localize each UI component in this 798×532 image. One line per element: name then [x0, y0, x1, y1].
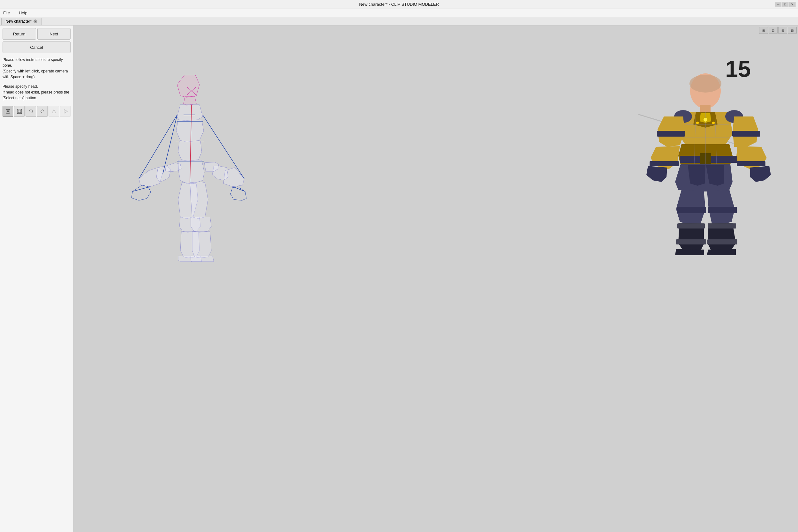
svg-marker-31 [191, 256, 214, 262]
svg-marker-7 [64, 110, 68, 113]
title-text: New character* - CLIP STUDIO MODELER [359, 2, 439, 7]
left-panel: Return Next Cancel Please follow instruc… [0, 25, 73, 532]
svg-marker-65 [688, 165, 705, 186]
undo-tool[interactable] [25, 106, 36, 117]
svg-rect-3 [18, 110, 21, 113]
svg-point-84 [704, 118, 707, 121]
svg-point-44 [689, 75, 721, 93]
nav-buttons-row: Return Next [3, 28, 71, 40]
svg-rect-57 [732, 131, 760, 137]
svg-marker-30 [192, 232, 211, 258]
svg-rect-72 [677, 223, 705, 228]
viewport-grid-button[interactable]: ⊡ [788, 27, 797, 34]
svg-rect-73 [676, 239, 706, 245]
svg-marker-77 [675, 249, 704, 255]
svg-rect-68 [677, 207, 706, 213]
skeleton-left [131, 73, 265, 262]
svg-marker-9 [184, 96, 196, 105]
main-layout: Return Next Cancel Please follow instruc… [0, 25, 798, 532]
instruction-line1: Please follow instructions to specify bo… [3, 57, 71, 68]
svg-rect-75 [708, 223, 736, 228]
svg-rect-45 [700, 105, 710, 113]
viewport[interactable]: ⊞ ⊡ ⊟ ⊡ 15 [73, 25, 798, 532]
close-button[interactable]: ✕ [789, 2, 795, 7]
svg-rect-70 [708, 207, 737, 213]
viewport-cam2-button[interactable]: ⊡ [768, 27, 778, 34]
svg-rect-59 [737, 161, 765, 166]
svg-marker-78 [707, 249, 736, 255]
svg-marker-60 [750, 166, 771, 182]
svg-point-1 [7, 110, 9, 112]
character-right [639, 67, 779, 255]
return-button[interactable]: Return [3, 28, 36, 40]
select-bone-tool[interactable] [3, 106, 13, 117]
svg-marker-28 [190, 182, 208, 218]
cancel-button[interactable]: Cancel [3, 41, 71, 53]
viewport-cam1-button[interactable]: ⊞ [759, 27, 768, 34]
tools-row [3, 105, 71, 118]
svg-marker-29 [191, 217, 211, 232]
svg-point-85 [696, 121, 699, 124]
svg-rect-52 [657, 131, 685, 137]
svg-marker-12 [178, 141, 202, 161]
instruction-line3: Please specify head. [3, 83, 71, 89]
svg-marker-13 [178, 160, 204, 184]
svg-marker-55 [646, 166, 667, 182]
viewport-fit-button[interactable]: ⊟ [778, 27, 787, 34]
document-tab[interactable]: New character* ✕ [1, 18, 41, 25]
tab-bar: New character* ✕ [0, 17, 798, 25]
maximize-button[interactable]: □ [782, 2, 788, 7]
menu-file[interactable]: File [1, 10, 12, 16]
menu-help[interactable]: Help [17, 10, 30, 16]
tab-label: New character* [5, 19, 32, 24]
instruction-block-2: Please specify head. If head does not ex… [3, 83, 71, 101]
instruction-line2: (Specify with left click, operate camera… [3, 68, 71, 80]
tab-close-button[interactable]: ✕ [34, 19, 37, 23]
cancel-button-row: Cancel [3, 41, 71, 53]
next-button[interactable]: Next [37, 28, 71, 40]
svg-marker-11 [176, 120, 204, 142]
svg-line-38 [132, 187, 150, 191]
svg-rect-76 [707, 239, 737, 245]
redo-tool[interactable] [37, 106, 48, 117]
tool5 [49, 106, 59, 117]
minimize-button[interactable]: ─ [775, 2, 781, 7]
svg-marker-6 [52, 110, 56, 113]
title-bar-controls: ─ □ ✕ [775, 2, 795, 7]
title-bar: New character* - CLIP STUDIO MODELER ─ □… [0, 0, 798, 9]
select-neck-tool[interactable] [14, 106, 24, 117]
svg-marker-10 [177, 105, 203, 121]
instruction-block-1: Please follow instructions to specify bo… [3, 57, 71, 80]
tool6 [60, 106, 71, 117]
viewport-toolbar: ⊞ ⊡ ⊟ ⊡ [759, 27, 797, 34]
svg-rect-54 [650, 161, 679, 166]
svg-rect-2 [17, 109, 22, 114]
instruction-line4: If head does not exist, please press the… [3, 89, 71, 101]
svg-point-86 [712, 121, 715, 124]
menu-bar: File Help [0, 9, 798, 17]
